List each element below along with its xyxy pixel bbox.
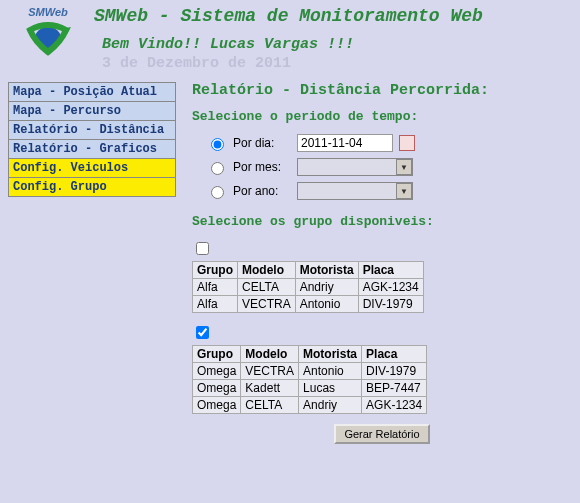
calendar-icon[interactable] [399, 135, 415, 151]
sidebar: Mapa - Posição AtualMapa - PercursoRelat… [8, 82, 176, 197]
generate-report-button[interactable]: Gerar Relatório [334, 424, 429, 444]
table-cell: AGK-1234 [362, 397, 427, 414]
radio-por-ano[interactable] [211, 186, 224, 199]
table-cell: Alfa [193, 296, 238, 313]
table-row: OmegaCELTAAndriyAGK-1234 [193, 397, 427, 414]
content: Relatório - Distância Percorrida: Seleci… [176, 82, 580, 450]
por-dia-label: Por dia: [233, 136, 291, 150]
group2-table: GrupoModeloMotoristaPlacaOmegaVECTRAAnto… [192, 345, 427, 414]
report-title: Relatório - Distância Percorrida: [192, 82, 572, 99]
welcome-text: Bem Vindo!! Lucas Vargas !!! [102, 36, 572, 53]
table-cell: Omega [193, 363, 241, 380]
table-cell: CELTA [241, 397, 299, 414]
table-cell: CELTA [238, 279, 296, 296]
radio-por-mes[interactable] [211, 162, 224, 175]
table-cell: VECTRA [238, 296, 296, 313]
sidebar-item-3[interactable]: Relatório - Graficos [9, 140, 176, 159]
sidebar-item-4[interactable]: Config. Veiculos [9, 159, 176, 178]
table-cell: Lucas [299, 380, 362, 397]
table-cell: AGK-1234 [358, 279, 423, 296]
table-row: OmegaVECTRAAntonioDIV-1979 [193, 363, 427, 380]
logo-label: SMWeb [8, 6, 88, 18]
table-cell: Alfa [193, 279, 238, 296]
current-date: 3 de Dezembro de 2011 [102, 55, 572, 72]
table-cell: Kadett [241, 380, 299, 397]
header-text: SMWeb - Sistema de Monitoramento Web Bem… [88, 6, 572, 72]
radio-por-dia[interactable] [211, 138, 224, 151]
por-mes-dropdown[interactable]: ▼ [297, 158, 413, 176]
por-ano-label: Por ano: [233, 184, 291, 198]
table-header: Motorista [295, 262, 358, 279]
table-cell: Andriy [299, 397, 362, 414]
table-row: AlfaCELTAAndriyAGK-1234 [193, 279, 424, 296]
app-title: SMWeb - Sistema de Monitoramento Web [94, 6, 572, 26]
sidebar-item-2[interactable]: Relatório - Distância [9, 121, 176, 140]
table-header: Placa [362, 346, 427, 363]
period-label: Selecione o periodo de tempo: [192, 109, 572, 124]
table-cell: Andriy [295, 279, 358, 296]
sidebar-item-0[interactable]: Mapa - Posição Atual [9, 83, 176, 102]
table-cell: DIV-1979 [362, 363, 427, 380]
table-cell: DIV-1979 [358, 296, 423, 313]
table-row: OmegaKadettLucasBEP-7447 [193, 380, 427, 397]
group1-checkbox[interactable] [196, 242, 209, 255]
group2-checkbox[interactable] [196, 326, 209, 339]
table-header: Motorista [299, 346, 362, 363]
table-header: Modelo [241, 346, 299, 363]
group1-table: GrupoModeloMotoristaPlacaAlfaCELTAAndriy… [192, 261, 424, 313]
table-row: AlfaVECTRAAntonioDIV-1979 [193, 296, 424, 313]
table-header: Grupo [193, 262, 238, 279]
table-cell: Antonio [295, 296, 358, 313]
table-cell: BEP-7447 [362, 380, 427, 397]
table-header: Grupo [193, 346, 241, 363]
chevron-down-icon: ▼ [396, 183, 412, 199]
table-cell: VECTRA [241, 363, 299, 380]
por-mes-label: Por mes: [233, 160, 291, 174]
sidebar-item-1[interactable]: Mapa - Percurso [9, 102, 176, 121]
sidebar-item-5[interactable]: Config. Grupo [9, 178, 176, 197]
chevron-down-icon: ▼ [396, 159, 412, 175]
header: SMWeb SMWeb - Sistema de Monitoramento W… [0, 0, 580, 72]
table-header: Modelo [238, 262, 296, 279]
logo-icon [8, 18, 88, 58]
groups-label: Selecione os grupo disponiveis: [192, 214, 572, 229]
table-cell: Omega [193, 380, 241, 397]
table-cell: Omega [193, 397, 241, 414]
table-header: Placa [358, 262, 423, 279]
por-ano-dropdown[interactable]: ▼ [297, 182, 413, 200]
table-cell: Antonio [299, 363, 362, 380]
logo-box: SMWeb [8, 6, 88, 58]
por-dia-input[interactable] [297, 134, 393, 152]
